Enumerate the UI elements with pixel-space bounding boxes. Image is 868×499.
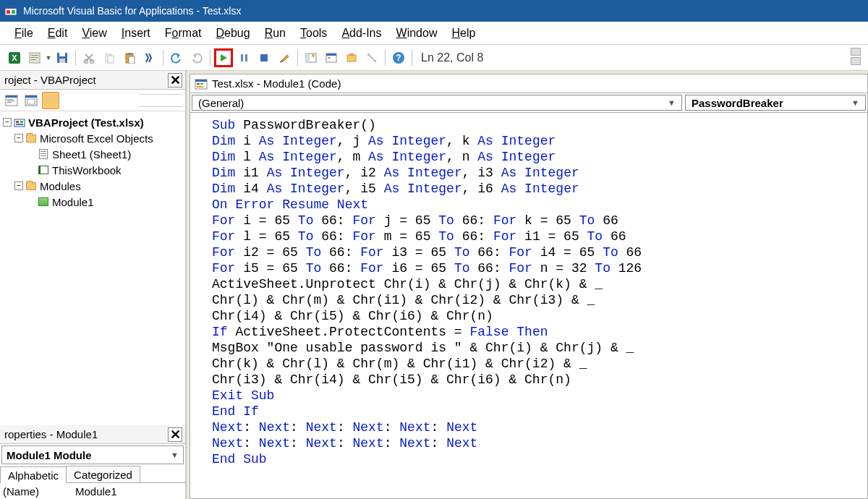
run-button[interactable] [214, 48, 233, 67]
menu-help[interactable]: Help [444, 22, 482, 44]
collapse-icon[interactable]: − [3, 118, 12, 127]
project-scroll[interactable] [139, 94, 182, 107]
titlebar: Microsoft Visual Basic for Applications … [0, 0, 868, 22]
menu-insert[interactable]: Insert [114, 22, 158, 44]
menu-format[interactable]: Format [158, 22, 209, 44]
properties-object-select[interactable]: Module1 Module ▼ [1, 445, 184, 464]
svg-rect-42 [16, 121, 19, 123]
menu-edit[interactable]: Edit [41, 22, 75, 44]
menu-tools[interactable]: Tools [293, 22, 334, 44]
view-object-icon[interactable] [22, 92, 40, 109]
code-window-title: Test.xlsx - Module1 (Code) [190, 74, 868, 93]
property-row[interactable]: (Name) Module1 [0, 483, 185, 499]
insert-dropdown-icon[interactable]: ▼ [45, 54, 52, 61]
paste-icon[interactable] [120, 48, 139, 67]
svg-rect-11 [59, 53, 65, 56]
svg-rect-39 [25, 95, 37, 98]
collapse-icon[interactable]: − [14, 134, 23, 142]
close-icon[interactable]: ✕ [168, 427, 182, 442]
menubar: File Edit View Insert Format Debug Run T… [0, 22, 868, 45]
save-icon[interactable] [53, 48, 72, 67]
svg-rect-18 [127, 53, 132, 55]
project-panel-header: roject - VBAProject ✕ [0, 71, 185, 90]
svg-rect-12 [59, 59, 65, 63]
code-module-icon [195, 77, 208, 90]
svg-rect-19 [129, 56, 135, 64]
insert-module-icon[interactable] [25, 48, 44, 67]
tree-root-label: VBAProject (Test.xlsx) [28, 116, 144, 129]
view-excel-icon[interactable]: X [5, 48, 24, 67]
vbaproject-icon [14, 116, 25, 128]
tree-thisworkbook[interactable]: ThisWorkbook [1, 162, 184, 178]
svg-rect-44 [16, 124, 23, 125]
folder-icon [25, 180, 37, 192]
window-title: Microsoft Visual Basic for Applications … [23, 5, 241, 17]
help-icon[interactable]: ? [389, 48, 408, 67]
property-name: (Name) [0, 485, 72, 498]
svg-rect-1 [5, 7, 17, 9]
tree-modules[interactable]: − Modules [1, 178, 184, 194]
project-tree: − VBAProject (Test.xlsx) − Microsoft Exc… [0, 111, 185, 425]
copy-icon[interactable] [100, 48, 119, 67]
toolbar-overflow-icon[interactable] [851, 48, 861, 65]
vba-app-icon [4, 4, 17, 17]
folder-icon [25, 132, 37, 144]
chevron-down-icon: ▼ [171, 451, 179, 459]
workbook-icon [38, 164, 49, 176]
toggle-folders-icon[interactable] [42, 92, 59, 109]
tree-root[interactable]: − VBAProject (Test.xlsx) [1, 114, 184, 130]
menu-run[interactable]: Run [258, 22, 293, 44]
menu-file[interactable]: File [7, 22, 41, 44]
undo-icon[interactable] [167, 48, 186, 67]
redo-icon[interactable] [187, 48, 206, 67]
menu-addins[interactable]: Add-Ins [334, 22, 388, 44]
tree-module1[interactable]: Module1 [1, 194, 184, 210]
properties-window-icon[interactable] [322, 48, 341, 67]
cursor-position: Ln 22, Col 8 [421, 51, 483, 64]
object-dropdown[interactable]: (General) ▼ [192, 95, 682, 111]
collapse-icon[interactable]: − [14, 182, 23, 190]
svg-rect-20 [241, 54, 243, 61]
svg-rect-36 [7, 101, 14, 101]
object-browser-icon[interactable] [342, 48, 361, 67]
svg-rect-16 [108, 56, 114, 63]
chevron-down-icon: ▼ [851, 98, 859, 107]
tab-categorized[interactable]: Categorized [66, 466, 140, 482]
svg-rect-43 [20, 121, 23, 123]
tree-excel-objects[interactable]: − Microsoft Excel Objects [1, 130, 184, 146]
close-icon[interactable]: ✕ [168, 73, 182, 88]
svg-rect-28 [328, 57, 331, 59]
svg-rect-24 [306, 54, 310, 62]
tree-sheet1[interactable]: Sheet1 (Sheet1) [1, 146, 184, 162]
find-icon[interactable] [140, 48, 159, 67]
svg-rect-27 [326, 54, 336, 56]
toolbar: X ▼ ? Ln 22, Col 8 [0, 45, 868, 71]
svg-rect-3 [12, 10, 15, 14]
cut-icon[interactable] [80, 48, 98, 67]
svg-rect-49 [197, 86, 203, 88]
svg-rect-29 [347, 55, 356, 61]
menu-window[interactable]: Window [389, 22, 445, 44]
design-mode-icon[interactable] [275, 48, 294, 67]
project-explorer-icon[interactable] [302, 48, 320, 67]
properties-panel-header: roperties - Module1 ✕ [0, 425, 185, 444]
svg-rect-37 [7, 102, 12, 103]
tab-alphabetic[interactable]: Alphabetic [0, 466, 67, 483]
svg-rect-48 [200, 83, 203, 85]
svg-text:X: X [12, 54, 17, 62]
reset-icon[interactable] [255, 48, 273, 67]
view-code-icon[interactable] [3, 92, 20, 109]
svg-rect-35 [7, 99, 13, 100]
break-icon[interactable] [234, 48, 253, 67]
svg-rect-22 [260, 54, 268, 61]
svg-rect-46 [195, 80, 207, 82]
svg-rect-2 [7, 10, 10, 14]
menu-debug[interactable]: Debug [209, 22, 258, 44]
procedure-dropdown[interactable]: PasswordBreaker ▼ [685, 95, 866, 111]
code-editor[interactable]: Sub PasswordBreaker() Dim i As Integer, … [190, 113, 868, 499]
menu-view[interactable]: View [75, 22, 114, 44]
property-value[interactable]: Module1 [72, 485, 185, 498]
worksheet-icon [38, 148, 49, 160]
toolbox-icon[interactable] [362, 48, 381, 67]
svg-rect-34 [6, 95, 17, 98]
